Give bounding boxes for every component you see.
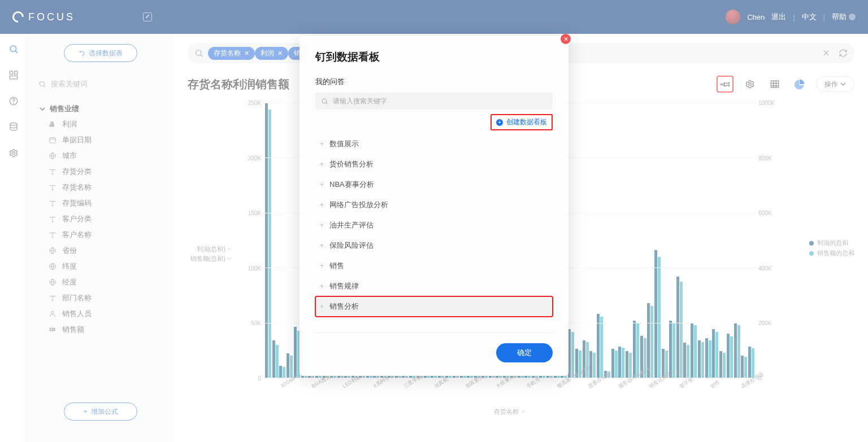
board-item[interactable]: +保险风险评估 [315, 235, 553, 256]
board-item[interactable]: +网络广告投放分析 [315, 195, 553, 215]
ok-button[interactable]: 确定 [496, 343, 553, 362]
svg-point-20 [322, 99, 327, 103]
close-icon[interactable]: ✕ [561, 34, 571, 44]
pin-modal: ✕ 钉到数据看板 我的问答 请输入搜索关键字 +创建数据看板 +数值展示+货价销… [300, 36, 568, 376]
board-item[interactable]: +销售规律 [315, 276, 553, 296]
modal-subtitle: 我的问答 [315, 77, 553, 87]
board-list: +数值展示+货价销售分析+NBA赛事分析+网络广告投放分析+油井生产评估+保险风… [315, 134, 553, 317]
board-item[interactable]: +数值展示 [315, 134, 553, 154]
modal-search[interactable]: 请输入搜索关键字 [315, 93, 553, 110]
board-item[interactable]: +NBA赛事分析 [315, 174, 553, 195]
board-item[interactable]: +销售 [315, 256, 553, 276]
board-item[interactable]: +货价销售分析 [315, 154, 553, 174]
create-dashboard-link[interactable]: +创建数据看板 [491, 114, 553, 130]
board-item[interactable]: +油井生产评估 [315, 215, 553, 235]
modal-title: 钉到数据看板 [315, 50, 553, 64]
modal-search-placeholder: 请输入搜索关键字 [333, 97, 387, 106]
board-item[interactable]: +销售分析 [315, 296, 553, 317]
